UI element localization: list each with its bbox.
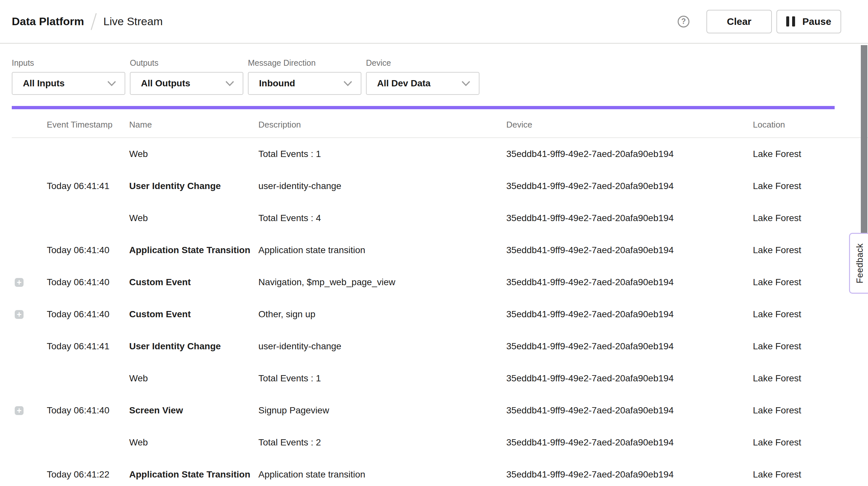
row-description: Total Events : 1: [258, 373, 506, 384]
row-name: Custom Event: [129, 309, 258, 320]
live-stream-accent-bar: [12, 106, 835, 109]
row-location: Lake Forest: [753, 149, 868, 159]
pause-button[interactable]: Pause: [776, 10, 841, 33]
row-description: Total Events : 4: [258, 213, 506, 223]
col-name: Name: [129, 120, 258, 130]
row-location: Lake Forest: [753, 405, 868, 416]
table-header-row: Event Timestamp Name Description Device …: [12, 109, 868, 138]
row-description: Navigation, $mp_web_page_view: [258, 277, 506, 287]
live-stream-table: Event Timestamp Name Description Device …: [12, 109, 868, 486]
table-row: + Today 06:41:40 Screen View Signup Page…: [12, 394, 868, 426]
breadcrumb-data-platform[interactable]: Data Platform: [12, 15, 84, 28]
outputs-select-value: All Outputs: [141, 78, 190, 89]
chevron-down-icon: [225, 81, 234, 86]
row-location: Lake Forest: [753, 437, 868, 448]
row-name: User Identity Change: [129, 181, 258, 191]
row-timestamp: Today 06:41:40: [47, 405, 129, 416]
row-location: Lake Forest: [753, 341, 868, 352]
device-select-value: All Dev Data: [377, 78, 430, 89]
row-name: Screen View: [129, 405, 258, 416]
chevron-down-icon: [462, 81, 470, 86]
table-row: + Today 06:41:40 Custom Event Other, sig…: [12, 298, 868, 330]
row-name: Web: [129, 373, 258, 384]
row-location: Lake Forest: [753, 309, 868, 320]
breadcrumb-live-stream: Live Stream: [103, 15, 162, 28]
row-device: 35eddb41-9ff9-49e2-7aed-20afa90eb194: [506, 181, 753, 191]
inputs-select-value: All Inputs: [23, 78, 65, 89]
clear-button[interactable]: Clear: [707, 10, 772, 33]
col-description: Description: [258, 120, 506, 130]
row-description: Other, sign up: [258, 309, 506, 320]
filter-inputs: Inputs All Inputs: [12, 58, 125, 95]
row-name: Custom Event: [129, 277, 258, 287]
row-name: Web: [129, 437, 258, 448]
row-timestamp: Today 06:41:40: [47, 245, 129, 255]
table-row: + Today 06:41:41 User Identity Change us…: [12, 330, 868, 362]
row-location: Lake Forest: [753, 213, 868, 223]
row-device: 35eddb41-9ff9-49e2-7aed-20afa90eb194: [506, 245, 753, 255]
row-description: Total Events : 1: [258, 149, 506, 159]
row-timestamp: Today 06:41:22: [47, 469, 129, 480]
table-row: + Today 06:41:40 Application State Trans…: [12, 234, 868, 266]
inputs-select[interactable]: All Inputs: [12, 72, 125, 95]
col-event-timestamp: Event Timestamp: [47, 120, 129, 130]
table-body: + Web Total Events : 1 35eddb41-9ff9-49e…: [12, 138, 868, 486]
filter-bar: Inputs All Inputs Outputs All Outputs Me…: [0, 44, 868, 95]
filter-device-label: Device: [366, 58, 479, 68]
row-device: 35eddb41-9ff9-49e2-7aed-20afa90eb194: [506, 341, 753, 352]
filter-message-direction-label: Message Direction: [248, 58, 362, 68]
row-timestamp: Today 06:41:41: [47, 181, 129, 191]
vertical-scrollbar-thumb[interactable]: [861, 45, 867, 233]
message-direction-select[interactable]: Inbound: [248, 72, 362, 95]
feedback-tab[interactable]: Feedback: [849, 233, 868, 294]
row-name: Web: [129, 149, 258, 159]
row-name: User Identity Change: [129, 341, 258, 352]
row-description: user-identity-change: [258, 341, 506, 352]
row-device: 35eddb41-9ff9-49e2-7aed-20afa90eb194: [506, 309, 753, 320]
row-device: 35eddb41-9ff9-49e2-7aed-20afa90eb194: [506, 149, 753, 159]
table-row: + Today 06:41:41 User Identity Change us…: [12, 170, 868, 202]
pause-icon: [786, 17, 795, 27]
filter-device: Device All Dev Data: [366, 58, 479, 95]
pause-button-label: Pause: [802, 16, 831, 27]
table-row: + Web Total Events : 2 35eddb41-9ff9-49e…: [12, 426, 868, 458]
breadcrumb: Data Platform Live Stream: [12, 13, 162, 30]
device-select[interactable]: All Dev Data: [366, 72, 479, 95]
expand-button[interactable]: +: [15, 278, 24, 287]
filter-message-direction: Message Direction Inbound: [248, 58, 362, 95]
filter-inputs-label: Inputs: [12, 58, 125, 68]
row-description: Application state transition: [258, 469, 506, 480]
message-direction-select-value: Inbound: [259, 78, 295, 89]
row-location: Lake Forest: [753, 373, 868, 384]
table-row: + Web Total Events : 1 35eddb41-9ff9-49e…: [12, 138, 868, 170]
chevron-down-icon: [343, 81, 352, 86]
table-row: + Today 06:41:22 Application State Trans…: [12, 458, 868, 486]
filter-outputs: Outputs All Outputs: [130, 58, 243, 95]
breadcrumb-separator-icon: [91, 13, 97, 30]
table-row: + Web Total Events : 4 35eddb41-9ff9-49e…: [12, 202, 868, 234]
row-device: 35eddb41-9ff9-49e2-7aed-20afa90eb194: [506, 277, 753, 287]
col-device: Device: [506, 120, 753, 130]
row-location: Lake Forest: [753, 181, 868, 191]
outputs-select[interactable]: All Outputs: [130, 72, 243, 95]
expand-button[interactable]: +: [15, 406, 24, 415]
row-description: Application state transition: [258, 245, 506, 255]
table-row: + Web Total Events : 1 35eddb41-9ff9-49e…: [12, 362, 868, 394]
row-description: user-identity-change: [258, 181, 506, 191]
help-icon[interactable]: ?: [678, 16, 689, 28]
page-header: Data Platform Live Stream ? Clear Pause: [0, 0, 868, 44]
col-location: Location: [753, 120, 868, 130]
row-device: 35eddb41-9ff9-49e2-7aed-20afa90eb194: [506, 405, 753, 416]
row-device: 35eddb41-9ff9-49e2-7aed-20afa90eb194: [506, 373, 753, 384]
row-device: 35eddb41-9ff9-49e2-7aed-20afa90eb194: [506, 437, 753, 448]
table-row: + Today 06:41:40 Custom Event Navigation…: [12, 266, 868, 298]
row-device: 35eddb41-9ff9-49e2-7aed-20afa90eb194: [506, 469, 753, 480]
row-name: Application State Transition: [129, 245, 258, 255]
row-location: Lake Forest: [753, 469, 868, 480]
expand-button[interactable]: +: [15, 310, 24, 319]
row-timestamp: Today 06:41:40: [47, 309, 129, 320]
row-timestamp: Today 06:41:41: [47, 341, 129, 352]
feedback-tab-label: Feedback: [855, 243, 865, 283]
header-actions: ? Clear Pause: [678, 10, 841, 33]
row-name: Web: [129, 213, 258, 223]
